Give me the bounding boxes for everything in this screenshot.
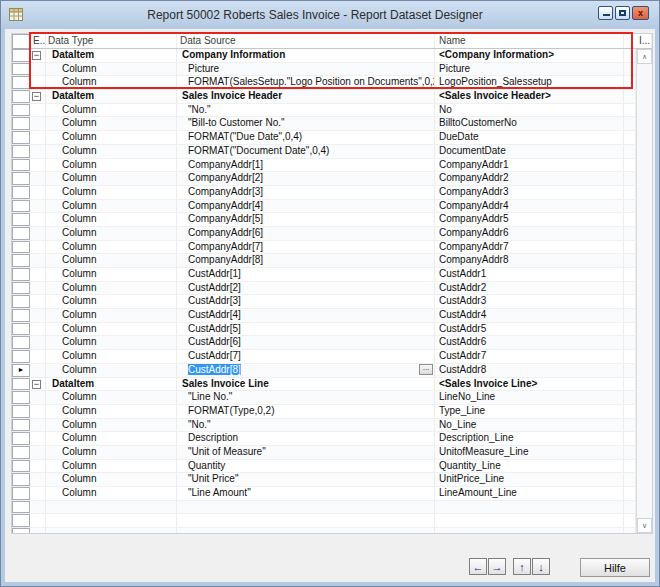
- row-selector-cell[interactable]: [12, 227, 30, 240]
- indentation-cell[interactable]: [624, 309, 636, 322]
- table-row[interactable]: Column "No." No_Line: [12, 419, 636, 433]
- table-row[interactable]: Column "Bill-to Customer No." BilltoCust…: [12, 117, 636, 131]
- row-selector-cell[interactable]: [12, 350, 30, 363]
- expand-cell[interactable]: [30, 145, 46, 158]
- data-source-cell[interactable]: CompanyAddr[3]: [177, 186, 435, 199]
- table-row[interactable]: Column CompanyAddr[1] CompanyAddr1: [12, 159, 636, 173]
- data-source-cell[interactable]: "Line Amount": [177, 487, 435, 500]
- expand-cell[interactable]: [30, 63, 46, 76]
- expand-cell[interactable]: −: [30, 378, 46, 391]
- data-type-cell[interactable]: Column: [46, 282, 177, 295]
- table-row[interactable]: Column CompanyAddr[8] CompanyAddr8: [12, 254, 636, 268]
- expand-cell[interactable]: [30, 336, 46, 349]
- row-selector-cell[interactable]: [12, 254, 30, 267]
- column-header-data-type[interactable]: Data Type: [46, 34, 177, 48]
- data-source-cell[interactable]: [177, 514, 435, 527]
- table-row[interactable]: ► Column CustAddr[8]... CustAddr8: [12, 364, 636, 378]
- row-selector-cell[interactable]: [12, 186, 30, 199]
- name-cell[interactable]: CustAddr2: [435, 282, 624, 295]
- data-type-cell[interactable]: Column: [46, 63, 177, 76]
- data-source-cell[interactable]: FORMAT("Due Date",0,4): [177, 131, 435, 144]
- name-cell[interactable]: CustAddr3: [435, 295, 624, 308]
- data-type-cell[interactable]: Column: [46, 350, 177, 363]
- name-cell[interactable]: CompanyAddr1: [435, 159, 624, 172]
- indentation-cell[interactable]: [624, 90, 636, 103]
- data-type-cell[interactable]: Column: [46, 487, 177, 500]
- data-source-cell[interactable]: "Line No.": [177, 391, 435, 404]
- indentation-cell[interactable]: [624, 323, 636, 336]
- expand-cell[interactable]: [30, 473, 46, 486]
- indentation-cell[interactable]: [624, 487, 636, 500]
- data-type-cell[interactable]: Column: [46, 145, 177, 158]
- name-cell[interactable]: LineAmount_Line: [435, 487, 624, 500]
- row-selector-cell[interactable]: [12, 378, 30, 391]
- data-type-cell[interactable]: [46, 528, 177, 534]
- name-cell[interactable]: CompanyAddr4: [435, 200, 624, 213]
- indentation-cell[interactable]: [624, 473, 636, 486]
- data-type-cell[interactable]: [46, 501, 177, 514]
- name-cell[interactable]: CompanyAddr8: [435, 254, 624, 267]
- collapse-icon[interactable]: −: [32, 92, 41, 101]
- indentation-cell[interactable]: [624, 405, 636, 418]
- close-button[interactable]: x: [632, 6, 649, 20]
- expand-cell[interactable]: [30, 131, 46, 144]
- row-selector-cell[interactable]: [12, 172, 30, 185]
- name-cell[interactable]: LogoPosition_Salessetup: [435, 76, 624, 89]
- expand-cell[interactable]: [30, 159, 46, 172]
- expand-cell[interactable]: [30, 186, 46, 199]
- data-source-cell[interactable]: FORMAT("Document Date",0,4): [177, 145, 435, 158]
- table-row[interactable]: Column FORMAT("Due Date",0,4) DueDate: [12, 131, 636, 145]
- data-source-cell[interactable]: [177, 501, 435, 514]
- column-header-name[interactable]: Name: [435, 34, 624, 48]
- expand-cell[interactable]: [30, 295, 46, 308]
- indentation-cell[interactable]: [624, 241, 636, 254]
- name-cell[interactable]: CustAddr8: [435, 364, 624, 377]
- row-selector-cell[interactable]: [12, 268, 30, 281]
- indentation-cell[interactable]: [624, 254, 636, 267]
- name-cell[interactable]: CustAddr1: [435, 268, 624, 281]
- table-row[interactable]: Column FORMAT("Document Date",0,4) Docum…: [12, 145, 636, 159]
- indentation-cell[interactable]: [624, 186, 636, 199]
- indentation-cell[interactable]: [624, 213, 636, 226]
- indentation-cell[interactable]: [624, 76, 636, 89]
- expand-cell[interactable]: [30, 323, 46, 336]
- name-cell[interactable]: UnitofMeasure_Line: [435, 446, 624, 459]
- name-cell[interactable]: [435, 528, 624, 534]
- expand-cell[interactable]: [30, 514, 46, 527]
- table-row[interactable]: Column CustAddr[2] CustAddr2: [12, 282, 636, 296]
- table-row[interactable]: Column CompanyAddr[4] CompanyAddr4: [12, 200, 636, 214]
- table-row[interactable]: Column CustAddr[6] CustAddr6: [12, 336, 636, 350]
- name-cell[interactable]: CustAddr6: [435, 336, 624, 349]
- data-source-cell[interactable]: FORMAT(SalesSetup."Logo Position on Docu…: [177, 76, 435, 89]
- indentation-cell[interactable]: [624, 282, 636, 295]
- vertical-scrollbar[interactable]: ∧ ∨: [636, 49, 652, 533]
- move-right-button[interactable]: →: [488, 558, 506, 575]
- data-source-cell[interactable]: Picture: [177, 63, 435, 76]
- row-selector-cell[interactable]: [12, 446, 30, 459]
- data-type-cell[interactable]: DataItem: [46, 378, 177, 391]
- data-type-cell[interactable]: Column: [46, 104, 177, 117]
- expand-cell[interactable]: [30, 419, 46, 432]
- row-selector-cell[interactable]: [12, 405, 30, 418]
- data-source-cell[interactable]: CustAddr[3]: [177, 295, 435, 308]
- row-selector-cell[interactable]: [12, 131, 30, 144]
- name-cell[interactable]: CompanyAddr5: [435, 213, 624, 226]
- data-source-cell[interactable]: "No.": [177, 104, 435, 117]
- row-selector-cell[interactable]: [12, 514, 30, 527]
- row-selector-cell[interactable]: [12, 528, 30, 534]
- column-header-indentation[interactable]: I...: [624, 34, 652, 48]
- collapse-icon[interactable]: −: [32, 380, 41, 389]
- indentation-cell[interactable]: [624, 350, 636, 363]
- name-cell[interactable]: Description_Line: [435, 432, 624, 445]
- table-row[interactable]: − DataItem Sales Invoice Line <Sales Inv…: [12, 378, 636, 392]
- table-row[interactable]: Column CompanyAddr[2] CompanyAddr2: [12, 172, 636, 186]
- expand-cell[interactable]: [30, 432, 46, 445]
- name-cell[interactable]: LineNo_Line: [435, 391, 624, 404]
- row-selector-cell[interactable]: ►: [12, 364, 30, 377]
- indentation-cell[interactable]: [624, 131, 636, 144]
- name-cell[interactable]: CustAddr7: [435, 350, 624, 363]
- indentation-cell[interactable]: [624, 159, 636, 172]
- table-row[interactable]: Column Quantity Quantity_Line: [12, 460, 636, 474]
- data-source-cell[interactable]: CustAddr[7]: [177, 350, 435, 363]
- indentation-cell[interactable]: [624, 268, 636, 281]
